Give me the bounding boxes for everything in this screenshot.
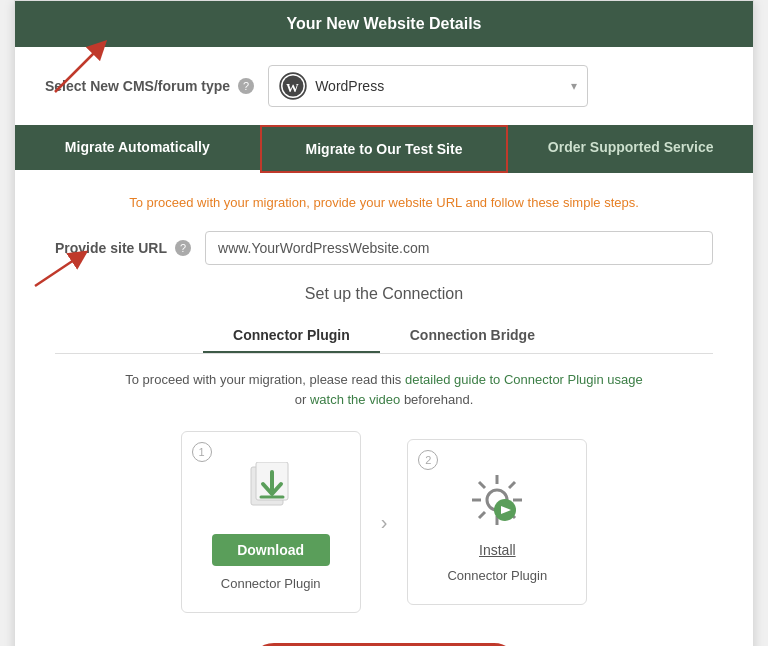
steps-arrow-icon: › xyxy=(381,511,388,534)
setup-title: Set up the Connection xyxy=(55,285,713,303)
tab-connection-bridge[interactable]: Connection Bridge xyxy=(380,319,565,353)
svg-line-16 xyxy=(509,482,515,488)
arrow-cms-icon xyxy=(45,37,125,97)
svg-line-0 xyxy=(55,47,100,92)
steps-row: 1 Download Connector Plugin xyxy=(55,431,713,613)
tab-connector-plugin[interactable]: Connector Plugin xyxy=(203,319,380,353)
main-container: Your New Website Details Select New CMS/… xyxy=(14,0,754,646)
install-label: Install xyxy=(438,542,556,558)
wordpress-logo-icon: W xyxy=(279,72,307,100)
url-row: Provide site URL ? xyxy=(55,231,713,265)
tab-migrate-automatically[interactable]: Migrate Automatically xyxy=(15,125,260,173)
download-plugin-icon xyxy=(243,462,298,522)
video-link[interactable]: watch the video xyxy=(310,392,400,407)
connector-guide-link[interactable]: detailed guide to Connector Plugin usage xyxy=(405,372,643,387)
site-url-input[interactable] xyxy=(205,231,713,265)
svg-line-14 xyxy=(479,482,485,488)
step2-label: Connector Plugin xyxy=(447,568,547,583)
tab-order-service[interactable]: Order Supported Service xyxy=(508,125,753,173)
download-button[interactable]: Download xyxy=(212,534,330,566)
step2-number: 2 xyxy=(418,450,438,470)
gear-icon xyxy=(467,470,527,530)
svg-text:W: W xyxy=(286,81,299,95)
main-content: To proceed with your migration, provide … xyxy=(15,173,753,646)
svg-line-17 xyxy=(479,512,485,518)
connection-info: To proceed with your migration, please r… xyxy=(55,370,713,412)
header-title: Your New Website Details xyxy=(286,15,481,32)
step2-icon xyxy=(438,470,556,530)
arrow-url-icon xyxy=(25,241,95,291)
info-text: To proceed with your migration, provide … xyxy=(55,193,713,213)
connection-tabs: Connector Plugin Connection Bridge xyxy=(55,319,713,354)
svg-line-4 xyxy=(35,256,80,286)
cms-help-icon[interactable]: ? xyxy=(238,78,254,94)
page-header: Your New Website Details xyxy=(15,1,753,47)
main-tabs: Migrate Automatically Migrate to Our Tes… xyxy=(15,125,753,173)
cms-chevron-icon: ▾ xyxy=(571,79,577,93)
step1-icon xyxy=(212,462,330,522)
cms-row: Select New CMS/forum type ? W WordPress … xyxy=(15,47,753,125)
tab-migrate-test-site[interactable]: Migrate to Our Test Site xyxy=(260,125,509,173)
url-help-icon[interactable]: ? xyxy=(175,240,191,256)
cms-selected-value: WordPress xyxy=(315,78,571,94)
step2-box: 2 xyxy=(407,439,587,605)
step1-box: 1 Download Connector Plugin xyxy=(181,431,361,613)
step1-label: Connector Plugin xyxy=(221,576,321,591)
cms-dropdown[interactable]: W WordPress ▾ xyxy=(268,65,588,107)
step1-number: 1 xyxy=(192,442,212,462)
